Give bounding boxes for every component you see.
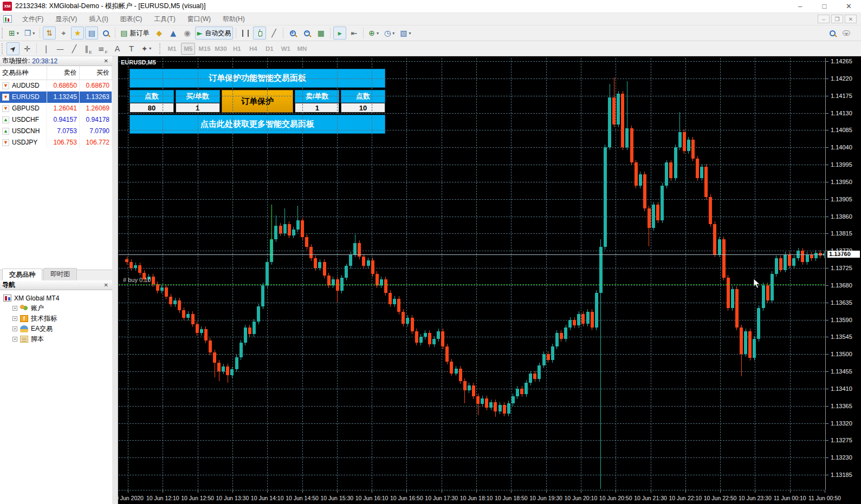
candle-body <box>266 262 269 285</box>
expand-icon[interactable]: + <box>12 316 17 321</box>
arrows-tool[interactable]: ✦▾ <box>139 42 154 55</box>
timeframe-d1[interactable]: D1 <box>262 43 276 55</box>
navigator-close-icon[interactable]: ✕ <box>102 282 110 288</box>
menu-i[interactable]: 插入(I) <box>83 13 114 25</box>
new-order-button[interactable]: ▤新订单 <box>118 27 151 40</box>
market-watch-row-audusd[interactable]: ▼AUDUSD0.686500.68670 <box>0 80 112 91</box>
timeframe-mn[interactable]: MN <box>295 43 309 55</box>
text-tool[interactable]: A <box>111 42 124 55</box>
navigator-item-scripts[interactable]: +脚本 <box>3 334 112 344</box>
periods-button[interactable]: ◷▾ <box>382 27 397 40</box>
ea-left-value-0[interactable]: 80 <box>130 103 174 113</box>
child-minimize-button[interactable]: – <box>818 15 830 23</box>
close-button[interactable] <box>837 0 861 12</box>
grid-line-h <box>119 440 825 441</box>
market-watch-row-eurusd[interactable]: ▼EURUSD1.132451.13263 <box>0 91 112 103</box>
publish-button[interactable]: ▲ <box>167 27 180 40</box>
timeframe-w1[interactable]: W1 <box>279 43 293 55</box>
market-watch-toggle[interactable]: ⇅ <box>43 27 56 40</box>
candle-body <box>591 312 594 327</box>
timeframe-m1[interactable]: M1 <box>165 43 179 55</box>
arrows-tool-dropdown-icon[interactable]: ▾ <box>149 46 151 51</box>
tile-windows-button[interactable]: ▦ <box>314 27 327 40</box>
time-tick-label: 10 Jun 12:10 <box>146 495 179 501</box>
menu-h[interactable]: 帮助(H) <box>217 13 251 25</box>
timeframe-m30[interactable]: M30 <box>213 43 228 55</box>
expand-icon[interactable]: + <box>12 306 17 311</box>
menu-c[interactable]: 图表(C) <box>114 13 148 25</box>
search-button[interactable] <box>826 27 839 40</box>
chart-bars-button[interactable] <box>239 27 252 40</box>
metaeditor-button[interactable]: ◆ <box>153 27 166 40</box>
navigator-item-experts[interactable]: +EA交易 <box>3 324 112 334</box>
navigator-root-item[interactable]: XM Global MT4 <box>3 293 112 303</box>
price-axis[interactable]: 1.13760 1.142651.142201.141751.141301.14… <box>825 58 861 490</box>
indicators-button-dropdown-icon[interactable]: ▾ <box>377 31 379 36</box>
terminal-toggle[interactable]: ▤ <box>85 27 98 40</box>
indicators-button[interactable]: ⊕▾ <box>366 27 381 40</box>
vline-tool[interactable]: | <box>40 42 53 55</box>
autotrading-toggle[interactable]: ►自动交易 <box>195 27 234 40</box>
child-restore-button[interactable]: ❐ <box>831 15 843 23</box>
community-button[interactable] <box>840 27 853 40</box>
maximize-button[interactable] <box>812 0 837 12</box>
new-chart-button-dropdown-icon[interactable]: ▾ <box>17 31 19 36</box>
news-button[interactable]: ◉ <box>181 27 194 40</box>
crosshair-tool[interactable]: ✛ <box>21 42 34 55</box>
navigator-item-indicators[interactable]: +f技术指标 <box>3 313 112 324</box>
market-watch-tab-symbols[interactable]: 交易品种 <box>2 269 42 281</box>
chart-plot-area[interactable]: EURUSD,M5 订单保护功能智能交易面板 点数80买/单数1订单保护卖/单数… <box>119 58 825 490</box>
channel-tool[interactable]: ∥E <box>82 42 95 55</box>
data-window-button[interactable]: ⌖ <box>57 27 70 40</box>
hline-tool[interactable]: — <box>54 42 67 55</box>
new-chart-button[interactable]: ⊞▾ <box>7 27 21 40</box>
templates-button-dropdown-icon[interactable]: ▾ <box>409 31 411 36</box>
market-watch-tab-tick-chart[interactable]: 即时图 <box>43 268 77 280</box>
grid-line-v <box>406 58 407 490</box>
market-watch-row-gbpusd[interactable]: ▼GBPUSD1.260411.26069 <box>0 103 112 114</box>
strategy-tester-button[interactable] <box>99 27 112 40</box>
chart-window-icon[interactable] <box>3 15 12 23</box>
cursor-tool[interactable]: ➤ <box>7 42 20 55</box>
chart-candles-button[interactable] <box>253 27 266 40</box>
minimize-button[interactable] <box>788 0 812 12</box>
market-watch-row-usdjpy[interactable]: ▼USDJPY106.753106.772 <box>0 137 112 148</box>
zoom-out-button[interactable] <box>300 27 313 40</box>
market-watch-row-usdchf[interactable]: ▲USDCHF0.941570.94178 <box>0 114 112 126</box>
child-close-button[interactable]: ✕ <box>845 15 857 23</box>
grid-line-h <box>119 182 825 182</box>
time-axis[interactable]: 10 Jun 202010 Jun 12:1010 Jun 12:5010 Ju… <box>119 490 825 504</box>
menu-t[interactable]: 工具(T) <box>148 13 181 25</box>
periods-button-dropdown-icon[interactable]: ▾ <box>392 31 394 36</box>
grid-line-v <box>476 58 477 490</box>
menu-v[interactable]: 显示(V) <box>49 13 83 25</box>
expand-icon[interactable]: + <box>12 326 17 331</box>
candle-body <box>775 258 778 273</box>
market-watch-close-icon[interactable]: ✕ <box>102 58 110 64</box>
zoom-in-button[interactable] <box>286 27 299 40</box>
profiles-button-dropdown-icon[interactable]: ▾ <box>33 31 35 36</box>
label-tool[interactable]: T <box>125 42 138 55</box>
ea-panel-footer-link[interactable]: 点击此处获取更多智能交易面板 <box>130 115 385 134</box>
chart-shift-button[interactable]: ⇤ <box>347 27 360 40</box>
menu-f[interactable]: 文件(F) <box>16 13 49 25</box>
price-tick-label: 1.13995 <box>831 161 852 168</box>
chart-line-button[interactable]: ╱ <box>267 27 280 40</box>
timeframe-m15[interactable]: M15 <box>197 43 211 55</box>
expand-icon[interactable]: + <box>12 337 17 342</box>
timeframe-h1[interactable]: H1 <box>230 43 244 55</box>
navigator-toggle[interactable]: ★ <box>71 27 84 40</box>
trendline-tool[interactable]: ╱ <box>68 42 81 55</box>
timeframe-h4[interactable]: H4 <box>246 43 260 55</box>
autoscroll-toggle[interactable]: ▸ <box>333 27 346 40</box>
timeframe-m5[interactable]: M5 <box>181 43 195 55</box>
panel-splitter[interactable] <box>112 56 118 504</box>
candle-body <box>455 369 458 373</box>
profiles-button[interactable]: ❐▾ <box>22 27 37 40</box>
market-watch-row-usdcnh[interactable]: ▲USDCNH7.07537.0790 <box>0 126 112 137</box>
ea-right-value-1[interactable]: 10 <box>341 103 385 113</box>
fibonacci-tool[interactable]: ≡F <box>96 42 110 55</box>
menu-w[interactable]: 窗口(W) <box>182 13 217 25</box>
templates-button[interactable]: ▧▾ <box>398 27 413 40</box>
navigator-item-accounts[interactable]: +账户 <box>3 303 112 313</box>
